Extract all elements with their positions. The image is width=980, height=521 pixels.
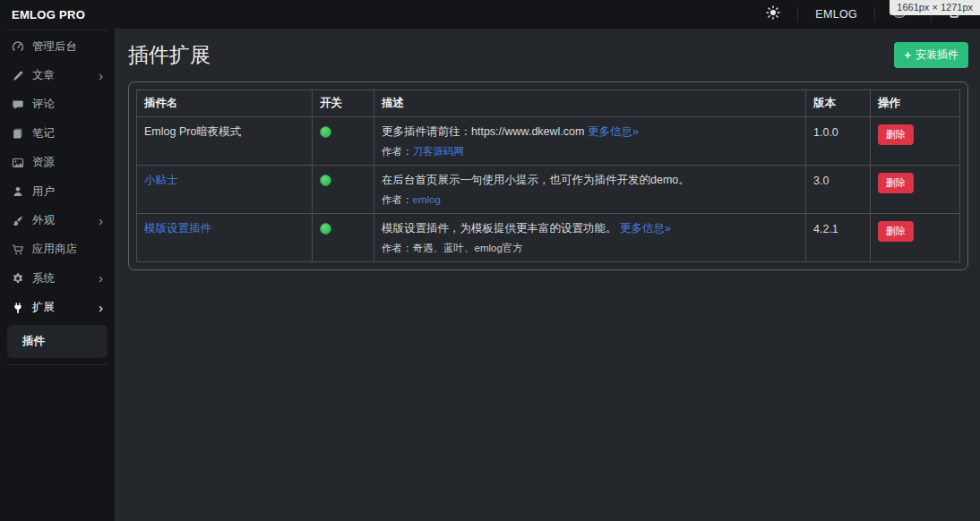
table-row: 模版设置插件 模版设置插件，为模板提供更丰富的设置功能。 更多信息» 作者：奇遇… [137,214,960,262]
sidebar-subitem-plugins[interactable]: 插件 [7,325,107,358]
install-plugin-label: 安装插件 [916,47,959,63]
gauge-icon [12,40,24,53]
sidebar-item-appearance[interactable]: 外观 › [0,206,115,235]
screenshot-size-badge: 1661px × 1271px [890,0,980,15]
sidebar: EMLOG PRO 管理后台 文章 › 评论 笔记 资源 用户 [0,0,115,521]
plugin-enabled-toggle[interactable] [320,175,331,186]
table-row: 小贴士 在后台首页展示一句使用小提示，也可作为插件开发的demo。 作者：eml… [137,166,960,214]
person-icon [12,185,24,198]
delete-button[interactable]: 删除 [878,221,914,242]
theme-toggle-button[interactable] [749,0,797,29]
app-logo[interactable]: EMLOG PRO [0,0,115,30]
pencil-icon [12,70,24,82]
more-info-link[interactable]: 更多信息» [620,222,671,235]
plugin-version: 4.2.1 [813,223,838,235]
author-label: 作者： [382,243,413,253]
chevron-right-icon: › [99,70,103,82]
plugin-enabled-toggle[interactable] [320,126,331,138]
plugin-description: 模版设置插件，为模板提供更丰富的设置功能。 [382,222,617,235]
author-link[interactable]: emlog [413,194,441,205]
divider [7,364,107,365]
cart-icon [12,243,24,256]
sidebar-item-label: 扩展 [32,300,55,315]
sidebar-item-label: 评论 [32,97,55,112]
plugins-table: 插件名 开关 描述 版本 操作 Emlog Pro暗夜模式 更多插件请前往：ht… [136,90,960,262]
col-header-version: 版本 [806,90,871,117]
table-row: Emlog Pro暗夜模式 更多插件请前往：https://www.dkewl.… [137,117,960,166]
author-label: 作者： [382,194,413,205]
author-names: 奇遇、蓝叶、emlog官方 [413,243,523,253]
sidebar-item-label: 文章 [32,68,55,83]
col-header-name: 插件名 [137,90,313,117]
sidebar-item-comments[interactable]: 评论 [0,90,115,119]
sidebar-item-label: 外观 [32,213,55,228]
sidebar-item-dashboard[interactable]: 管理后台 [0,32,115,61]
install-plugin-button[interactable]: + 安装插件 [894,42,968,68]
plug-icon [12,302,24,314]
sidebar-item-system[interactable]: 系统 › [0,264,115,293]
plugin-enabled-toggle[interactable] [320,223,331,235]
image-icon [12,157,24,169]
sidebar-nav: 管理后台 文章 › 评论 笔记 资源 用户 外观 › [0,30,115,365]
table-header-row: 插件名 开关 描述 版本 操作 [137,90,960,117]
chevron-right-icon: › [99,215,103,227]
author-label: 作者： [382,146,413,157]
plugin-version: 3.0 [813,175,829,187]
plugins-card: 插件名 开关 描述 版本 操作 Emlog Pro暗夜模式 更多插件请前往：ht… [128,81,968,270]
main-content: 插件扩展 + 安装插件 插件名 开关 描述 版本 操作 Emlog Pro暗夜模… [115,29,980,521]
journals-icon [12,127,24,140]
delete-button[interactable]: 删除 [878,124,914,145]
plugin-version: 1.0.0 [813,126,838,139]
sidebar-item-extensions[interactable]: 扩展 › [0,294,115,322]
page-title: 插件扩展 [128,41,211,69]
topbar: EMLOG [115,0,980,29]
sidebar-item-articles[interactable]: 文章 › [0,61,115,90]
col-header-switch: 开关 [313,90,374,117]
author-link[interactable]: 刀客源码网 [413,146,465,157]
plugin-name: Emlog Pro暗夜模式 [144,125,241,138]
sun-icon [766,5,780,23]
sidebar-item-app-store[interactable]: 应用商店 [0,235,115,264]
plus-icon: + [904,49,911,61]
plugin-description: 在后台首页展示一句使用小提示，也可作为插件开发的demo。 [382,174,690,186]
chevron-right-icon: › [99,272,103,285]
plugin-name-link[interactable]: 小贴士 [144,174,178,186]
sidebar-item-resources[interactable]: 资源 [0,149,115,177]
delete-button[interactable]: 删除 [878,173,914,193]
sidebar-item-label: 管理后台 [32,39,77,55]
more-info-link[interactable]: 更多信息» [588,125,639,138]
sidebar-item-notes[interactable]: 笔记 [0,119,115,148]
plugin-name-link[interactable]: 模版设置插件 [144,222,211,235]
site-home-link[interactable]: EMLOG [798,0,874,29]
sidebar-item-label: 资源 [32,155,55,170]
sidebar-item-label: 应用商店 [32,242,77,257]
sidebar-item-users[interactable]: 用户 [0,177,115,206]
sidebar-item-label: 笔记 [32,126,55,141]
sidebar-item-label: 用户 [32,184,55,200]
brush-icon [12,215,24,227]
brand-text: EMLOG [815,8,857,21]
sidebar-item-label: 系统 [32,271,55,286]
plugin-description: 更多插件请前往：https://www.dkewl.com [382,125,584,138]
col-header-actions: 操作 [871,90,960,117]
chevron-right-icon: › [99,302,103,314]
col-header-description: 描述 [374,90,806,117]
gear-icon [12,272,24,285]
chat-icon [12,98,24,111]
